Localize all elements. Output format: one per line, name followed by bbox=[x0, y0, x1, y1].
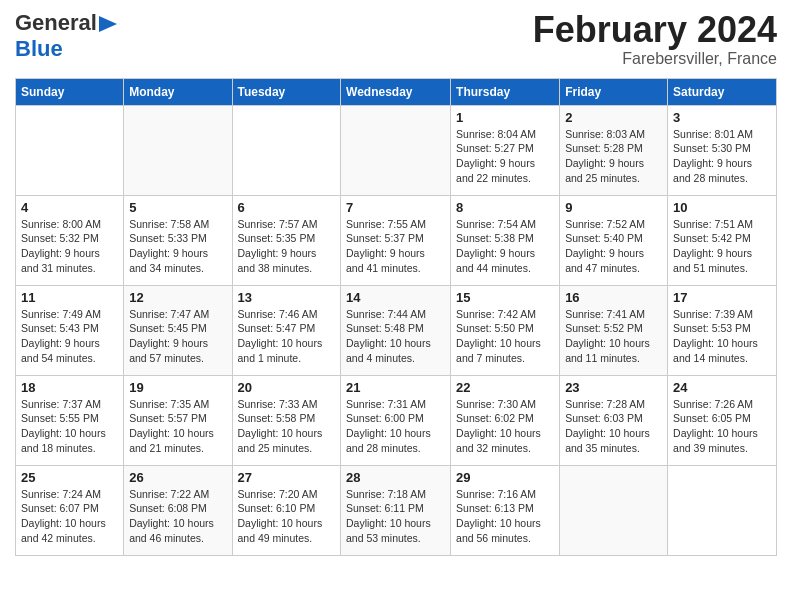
calendar-cell: 2Sunrise: 8:03 AM Sunset: 5:28 PM Daylig… bbox=[560, 105, 668, 195]
calendar-cell: 7Sunrise: 7:55 AM Sunset: 5:37 PM Daylig… bbox=[341, 195, 451, 285]
day-number: 3 bbox=[673, 110, 771, 125]
day-number: 2 bbox=[565, 110, 662, 125]
logo-blue-text: Blue bbox=[15, 36, 63, 61]
day-info: Sunrise: 7:26 AM Sunset: 6:05 PM Dayligh… bbox=[673, 397, 771, 456]
day-number: 18 bbox=[21, 380, 118, 395]
calendar-cell bbox=[124, 105, 232, 195]
day-info: Sunrise: 7:46 AM Sunset: 5:47 PM Dayligh… bbox=[238, 307, 336, 366]
day-number: 7 bbox=[346, 200, 445, 215]
calendar-cell: 24Sunrise: 7:26 AM Sunset: 6:05 PM Dayli… bbox=[668, 375, 777, 465]
day-number: 4 bbox=[21, 200, 118, 215]
day-info: Sunrise: 7:24 AM Sunset: 6:07 PM Dayligh… bbox=[21, 487, 118, 546]
day-number: 20 bbox=[238, 380, 336, 395]
day-number: 5 bbox=[129, 200, 226, 215]
calendar-cell: 1Sunrise: 8:04 AM Sunset: 5:27 PM Daylig… bbox=[451, 105, 560, 195]
calendar-cell: 26Sunrise: 7:22 AM Sunset: 6:08 PM Dayli… bbox=[124, 465, 232, 555]
calendar-cell: 18Sunrise: 7:37 AM Sunset: 5:55 PM Dayli… bbox=[16, 375, 124, 465]
day-info: Sunrise: 8:03 AM Sunset: 5:28 PM Dayligh… bbox=[565, 127, 662, 186]
day-number: 22 bbox=[456, 380, 554, 395]
day-number: 28 bbox=[346, 470, 445, 485]
calendar-cell: 9Sunrise: 7:52 AM Sunset: 5:40 PM Daylig… bbox=[560, 195, 668, 285]
day-header-sunday: Sunday bbox=[16, 78, 124, 105]
calendar-cell bbox=[232, 105, 341, 195]
calendar-cell: 16Sunrise: 7:41 AM Sunset: 5:52 PM Dayli… bbox=[560, 285, 668, 375]
day-number: 16 bbox=[565, 290, 662, 305]
day-number: 21 bbox=[346, 380, 445, 395]
day-info: Sunrise: 7:35 AM Sunset: 5:57 PM Dayligh… bbox=[129, 397, 226, 456]
calendar-cell: 19Sunrise: 7:35 AM Sunset: 5:57 PM Dayli… bbox=[124, 375, 232, 465]
calendar-header-row: SundayMondayTuesdayWednesdayThursdayFrid… bbox=[16, 78, 777, 105]
calendar-cell: 13Sunrise: 7:46 AM Sunset: 5:47 PM Dayli… bbox=[232, 285, 341, 375]
day-info: Sunrise: 7:54 AM Sunset: 5:38 PM Dayligh… bbox=[456, 217, 554, 276]
calendar-cell: 21Sunrise: 7:31 AM Sunset: 6:00 PM Dayli… bbox=[341, 375, 451, 465]
day-info: Sunrise: 7:28 AM Sunset: 6:03 PM Dayligh… bbox=[565, 397, 662, 456]
day-info: Sunrise: 7:37 AM Sunset: 5:55 PM Dayligh… bbox=[21, 397, 118, 456]
day-number: 9 bbox=[565, 200, 662, 215]
calendar-cell bbox=[560, 465, 668, 555]
day-number: 6 bbox=[238, 200, 336, 215]
day-header-wednesday: Wednesday bbox=[341, 78, 451, 105]
calendar-cell bbox=[16, 105, 124, 195]
page-header: General Blue February 2024 Farebersville… bbox=[15, 10, 777, 68]
calendar-cell: 3Sunrise: 8:01 AM Sunset: 5:30 PM Daylig… bbox=[668, 105, 777, 195]
calendar-cell: 6Sunrise: 7:57 AM Sunset: 5:35 PM Daylig… bbox=[232, 195, 341, 285]
day-number: 26 bbox=[129, 470, 226, 485]
calendar-title-block: February 2024 Farebersviller, France bbox=[533, 10, 777, 68]
day-number: 12 bbox=[129, 290, 226, 305]
calendar-cell: 4Sunrise: 8:00 AM Sunset: 5:32 PM Daylig… bbox=[16, 195, 124, 285]
calendar-cell: 28Sunrise: 7:18 AM Sunset: 6:11 PM Dayli… bbox=[341, 465, 451, 555]
day-header-monday: Monday bbox=[124, 78, 232, 105]
day-info: Sunrise: 7:51 AM Sunset: 5:42 PM Dayligh… bbox=[673, 217, 771, 276]
day-info: Sunrise: 8:01 AM Sunset: 5:30 PM Dayligh… bbox=[673, 127, 771, 186]
calendar-subtitle: Farebersviller, France bbox=[533, 50, 777, 68]
day-info: Sunrise: 7:42 AM Sunset: 5:50 PM Dayligh… bbox=[456, 307, 554, 366]
calendar-cell: 17Sunrise: 7:39 AM Sunset: 5:53 PM Dayli… bbox=[668, 285, 777, 375]
day-number: 10 bbox=[673, 200, 771, 215]
day-info: Sunrise: 7:44 AM Sunset: 5:48 PM Dayligh… bbox=[346, 307, 445, 366]
calendar-cell: 15Sunrise: 7:42 AM Sunset: 5:50 PM Dayli… bbox=[451, 285, 560, 375]
day-info: Sunrise: 7:33 AM Sunset: 5:58 PM Dayligh… bbox=[238, 397, 336, 456]
day-info: Sunrise: 7:20 AM Sunset: 6:10 PM Dayligh… bbox=[238, 487, 336, 546]
calendar-cell: 23Sunrise: 7:28 AM Sunset: 6:03 PM Dayli… bbox=[560, 375, 668, 465]
calendar-week-3: 11Sunrise: 7:49 AM Sunset: 5:43 PM Dayli… bbox=[16, 285, 777, 375]
day-info: Sunrise: 7:16 AM Sunset: 6:13 PM Dayligh… bbox=[456, 487, 554, 546]
calendar-week-5: 25Sunrise: 7:24 AM Sunset: 6:07 PM Dayli… bbox=[16, 465, 777, 555]
calendar-cell: 25Sunrise: 7:24 AM Sunset: 6:07 PM Dayli… bbox=[16, 465, 124, 555]
day-info: Sunrise: 7:31 AM Sunset: 6:00 PM Dayligh… bbox=[346, 397, 445, 456]
calendar-title: February 2024 bbox=[533, 10, 777, 50]
logo-arrow-icon bbox=[99, 16, 117, 32]
day-info: Sunrise: 7:30 AM Sunset: 6:02 PM Dayligh… bbox=[456, 397, 554, 456]
day-info: Sunrise: 7:57 AM Sunset: 5:35 PM Dayligh… bbox=[238, 217, 336, 276]
calendar-cell: 11Sunrise: 7:49 AM Sunset: 5:43 PM Dayli… bbox=[16, 285, 124, 375]
day-info: Sunrise: 7:41 AM Sunset: 5:52 PM Dayligh… bbox=[565, 307, 662, 366]
calendar-week-4: 18Sunrise: 7:37 AM Sunset: 5:55 PM Dayli… bbox=[16, 375, 777, 465]
calendar-cell bbox=[341, 105, 451, 195]
day-info: Sunrise: 7:39 AM Sunset: 5:53 PM Dayligh… bbox=[673, 307, 771, 366]
svg-marker-0 bbox=[99, 16, 117, 32]
day-number: 17 bbox=[673, 290, 771, 305]
day-number: 27 bbox=[238, 470, 336, 485]
day-number: 23 bbox=[565, 380, 662, 395]
calendar-cell: 10Sunrise: 7:51 AM Sunset: 5:42 PM Dayli… bbox=[668, 195, 777, 285]
calendar-week-2: 4Sunrise: 8:00 AM Sunset: 5:32 PM Daylig… bbox=[16, 195, 777, 285]
day-info: Sunrise: 7:49 AM Sunset: 5:43 PM Dayligh… bbox=[21, 307, 118, 366]
day-info: Sunrise: 7:18 AM Sunset: 6:11 PM Dayligh… bbox=[346, 487, 445, 546]
calendar-cell: 5Sunrise: 7:58 AM Sunset: 5:33 PM Daylig… bbox=[124, 195, 232, 285]
calendar-cell: 12Sunrise: 7:47 AM Sunset: 5:45 PM Dayli… bbox=[124, 285, 232, 375]
day-number: 11 bbox=[21, 290, 118, 305]
day-number: 1 bbox=[456, 110, 554, 125]
calendar-cell: 20Sunrise: 7:33 AM Sunset: 5:58 PM Dayli… bbox=[232, 375, 341, 465]
day-info: Sunrise: 7:47 AM Sunset: 5:45 PM Dayligh… bbox=[129, 307, 226, 366]
calendar-cell: 27Sunrise: 7:20 AM Sunset: 6:10 PM Dayli… bbox=[232, 465, 341, 555]
day-header-saturday: Saturday bbox=[668, 78, 777, 105]
calendar-cell: 8Sunrise: 7:54 AM Sunset: 5:38 PM Daylig… bbox=[451, 195, 560, 285]
day-number: 8 bbox=[456, 200, 554, 215]
day-info: Sunrise: 7:55 AM Sunset: 5:37 PM Dayligh… bbox=[346, 217, 445, 276]
day-info: Sunrise: 8:00 AM Sunset: 5:32 PM Dayligh… bbox=[21, 217, 118, 276]
day-number: 14 bbox=[346, 290, 445, 305]
day-number: 15 bbox=[456, 290, 554, 305]
day-header-tuesday: Tuesday bbox=[232, 78, 341, 105]
day-number: 29 bbox=[456, 470, 554, 485]
day-info: Sunrise: 8:04 AM Sunset: 5:27 PM Dayligh… bbox=[456, 127, 554, 186]
calendar-cell: 29Sunrise: 7:16 AM Sunset: 6:13 PM Dayli… bbox=[451, 465, 560, 555]
